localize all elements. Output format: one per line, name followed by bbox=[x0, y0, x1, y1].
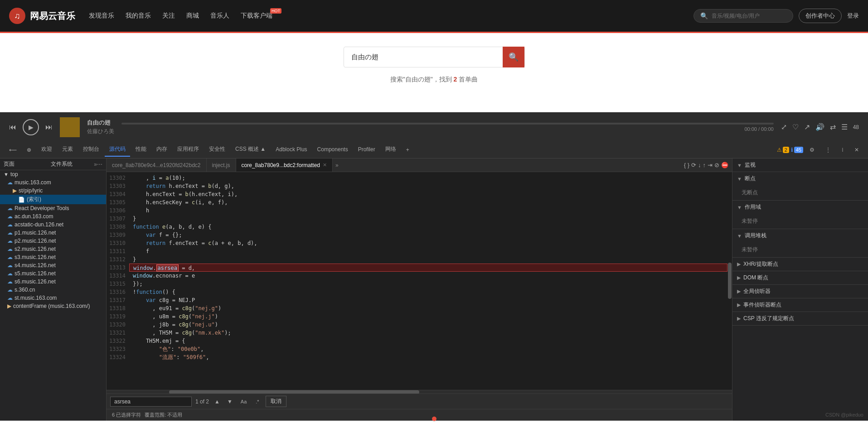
tab-memory[interactable]: 内存 bbox=[152, 143, 172, 157]
code-tab-1-label: core_8ab780e9c4...e1920fd242bdc2 bbox=[112, 162, 201, 168]
tree-item-index[interactable]: 📄 (索引) bbox=[0, 195, 106, 204]
code-tab-formatted[interactable]: core_8ab780e9...bdc2:formatted ✕ bbox=[236, 158, 333, 172]
filesystem-label[interactable]: 文件系统 bbox=[51, 160, 92, 168]
sync-icon[interactable]: ⟳ bbox=[691, 162, 696, 168]
scrollbar-thumb[interactable] bbox=[728, 263, 732, 299]
debug-section-breakpoints-header[interactable]: ▼ 断点 bbox=[732, 172, 868, 185]
debug-section-scope-header[interactable]: ▼ 作用域 bbox=[732, 201, 868, 214]
nav-link-my-music[interactable]: 我的音乐 bbox=[126, 12, 151, 20]
down-arrow-code-icon[interactable]: ↓ bbox=[698, 162, 701, 168]
add-tab-icon[interactable]: + bbox=[402, 144, 414, 156]
play-button[interactable]: ▶ bbox=[23, 119, 39, 135]
nav-link-download[interactable]: 下载客户端 HOT bbox=[241, 12, 272, 20]
playlist-icon[interactable]: ☰ bbox=[841, 123, 848, 131]
monitor-label: 监视 bbox=[745, 161, 756, 169]
close-devtools-icon[interactable]: ✕ bbox=[850, 144, 863, 156]
tab-profiler[interactable]: Profiler bbox=[354, 144, 380, 156]
web-search-bar[interactable]: 🔍 bbox=[344, 47, 525, 67]
code-search-input[interactable] bbox=[110, 397, 192, 407]
tree-item-s5[interactable]: ☁ s5.music.126.net bbox=[0, 269, 106, 278]
nav-link-follow[interactable]: 关注 bbox=[162, 12, 175, 20]
format-icon[interactable]: { } bbox=[684, 162, 689, 168]
tab-welcome[interactable]: 欢迎 bbox=[37, 143, 57, 157]
tab-components[interactable]: Components bbox=[313, 144, 353, 156]
tree-item-st-music[interactable]: ☁ st.music.163.com bbox=[0, 294, 106, 302]
devtools-icon-back[interactable]: ⟵ bbox=[5, 144, 21, 156]
debug-section-dom-header[interactable]: ▶ DOM 断点 bbox=[732, 271, 868, 284]
tree-item-acstatic[interactable]: ☁ acstatic-dun.126.net bbox=[0, 221, 106, 229]
code-content[interactable]: , i = a(10); return h.encText = b(d, g),… bbox=[129, 172, 727, 390]
tab-css-overview[interactable]: CSS 概述 ▲ bbox=[231, 143, 270, 157]
file-tree-more-icon[interactable]: ⋯ bbox=[97, 161, 102, 168]
debug-section-callstack-header[interactable]: ▼ 调用堆栈 bbox=[732, 229, 868, 242]
tree-item-contentframe[interactable]: ▶ contentFrame (music.163.com/) bbox=[0, 302, 106, 310]
web-search-button[interactable]: 🔍 bbox=[503, 47, 524, 67]
nav-link-musicians[interactable]: 音乐人 bbox=[210, 12, 229, 20]
login-button[interactable]: 登录 bbox=[847, 12, 859, 20]
heart-icon[interactable]: ♡ bbox=[792, 123, 799, 131]
debug-section-csp-header[interactable]: ▶ CSP 违反了规定断点 bbox=[732, 312, 868, 325]
tab-performance[interactable]: 性能 bbox=[131, 143, 151, 157]
page-label[interactable]: 页面 bbox=[4, 160, 45, 168]
shuffle-icon[interactable]: ⇄ bbox=[830, 123, 836, 131]
tree-item-s4[interactable]: ☁ s4.music.126.net bbox=[0, 261, 106, 269]
tab-network[interactable]: 网络 bbox=[381, 143, 401, 157]
case-sensitive-button[interactable]: Aa bbox=[238, 398, 249, 405]
tree-item-music163[interactable]: ☁ music.163.com bbox=[0, 178, 106, 187]
prev-button[interactable]: ⏮ bbox=[9, 123, 16, 131]
volume-icon[interactable]: 🔊 bbox=[815, 123, 824, 131]
code-vertical-scrollbar[interactable] bbox=[727, 172, 732, 390]
progress-bar[interactable] bbox=[121, 123, 774, 125]
deactivate-icon[interactable]: ⊘ bbox=[714, 162, 719, 168]
breakpoints-label: 断点 bbox=[745, 175, 756, 182]
nav-search-box[interactable]: 🔍 bbox=[693, 9, 793, 23]
tree-item-s6[interactable]: ☁ s6.music.126.net bbox=[0, 278, 106, 286]
tree-item-react-devtools[interactable]: ☁ React Developer Tools bbox=[0, 204, 106, 212]
tree-item-s2[interactable]: ☁ s2.music.126.net bbox=[0, 245, 106, 253]
debug-section-monitor-header[interactable]: ▼ 监视 bbox=[732, 158, 868, 172]
devtools-icon-inspect[interactable]: ⊕ bbox=[22, 144, 36, 156]
tab-elements[interactable]: 元素 bbox=[58, 143, 78, 157]
album-art bbox=[60, 117, 80, 137]
no-pause-icon[interactable]: ⛔ bbox=[721, 162, 728, 168]
tree-item-p2[interactable]: ☁ p2.music.126.net bbox=[0, 237, 106, 245]
more-tabs-icon[interactable]: » bbox=[333, 162, 341, 168]
code-tab-close-icon[interactable]: ✕ bbox=[323, 162, 327, 168]
nav-search-input[interactable] bbox=[712, 13, 786, 19]
tree-item-s360[interactable]: ☁ s.360.cn bbox=[0, 286, 106, 294]
next-button[interactable]: ⏭ bbox=[45, 123, 53, 131]
tree-item-pip-lyric[interactable]: ▶ st/pip/lyric bbox=[0, 187, 106, 195]
nav-link-discover[interactable]: 发现音乐 bbox=[89, 12, 114, 20]
tab-sources[interactable]: 源代码 bbox=[105, 143, 130, 157]
tree-item-p1[interactable]: ☁ p1.music.126.net bbox=[0, 229, 106, 237]
nav-link-store[interactable]: 商城 bbox=[186, 12, 199, 20]
tab-application[interactable]: 应用程序 bbox=[173, 143, 204, 157]
step-over-icon[interactable]: ⇥ bbox=[708, 162, 713, 168]
search-next-button[interactable]: ▼ bbox=[225, 398, 234, 406]
settings-icon[interactable]: ⚙ bbox=[805, 144, 819, 156]
debug-section-global-header[interactable]: ▶ 全局侦听器 bbox=[732, 285, 868, 298]
up-arrow-code-icon[interactable]: ↑ bbox=[703, 162, 706, 168]
code-tab-inject[interactable]: inject.js bbox=[207, 158, 236, 172]
tree-item-s3[interactable]: ☁ s3.music.126.net bbox=[0, 253, 106, 261]
tab-adblock[interactable]: Adblock Plus bbox=[271, 144, 311, 156]
debug-section-xhr-header[interactable]: ▶ XHR/提取断点 bbox=[732, 258, 868, 271]
code-horizontal-scrollbar[interactable] bbox=[107, 390, 732, 393]
customize-icon[interactable]: ⁞ bbox=[837, 144, 848, 156]
tree-item-top[interactable]: ▼ top bbox=[0, 170, 106, 178]
three-dots-icon[interactable]: ⋮ bbox=[821, 144, 835, 156]
tab-security[interactable]: 安全性 bbox=[204, 143, 230, 157]
code-tab-1[interactable]: core_8ab780e9c4...e1920fd242bdc2 bbox=[107, 158, 207, 172]
tab-console[interactable]: 控制台 bbox=[78, 143, 104, 157]
web-search-input[interactable] bbox=[344, 53, 503, 61]
expand-icon[interactable]: ⤢ bbox=[781, 123, 787, 131]
progress-area[interactable]: 00:00 / 00:00 bbox=[121, 123, 774, 132]
debug-section-event-header[interactable]: ▶ 事件侦听器断点 bbox=[732, 298, 868, 312]
search-cancel-button[interactable]: 取消 bbox=[266, 396, 286, 407]
share-icon[interactable]: ↗ bbox=[804, 123, 810, 131]
regex-button[interactable]: .* bbox=[253, 398, 262, 405]
search-prev-button[interactable]: ▲ bbox=[213, 398, 222, 406]
tree-item-ac-dun[interactable]: ☁ ac.dun.163.com bbox=[0, 212, 106, 221]
chevron-right-icon[interactable]: » bbox=[94, 161, 97, 168]
creator-center-button[interactable]: 创作者中心 bbox=[799, 9, 842, 23]
